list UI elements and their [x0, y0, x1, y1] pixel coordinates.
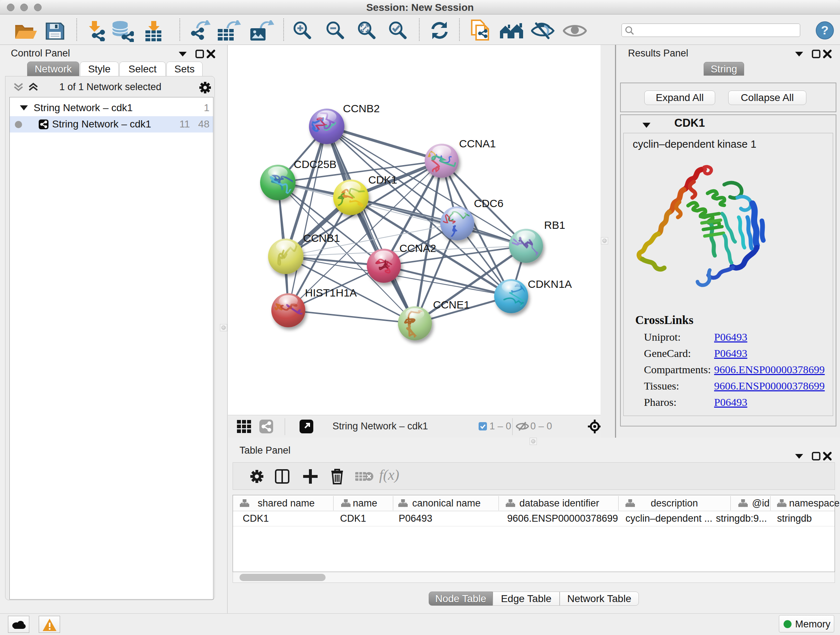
svg-text:CCNA2: CCNA2: [399, 242, 436, 254]
svg-text:CCNB2: CCNB2: [343, 103, 380, 114]
svg-text:RB1: RB1: [544, 219, 565, 231]
svg-text:CCNB1: CCNB1: [303, 232, 340, 244]
svg-text:CDK1: CDK1: [368, 174, 397, 186]
svg-text:CDC6: CDC6: [474, 197, 504, 209]
svg-text:?: ?: [821, 23, 829, 37]
svg-text:HIST1H1A: HIST1H1A: [305, 287, 357, 299]
svg-text:CDKN1A: CDKN1A: [528, 278, 572, 290]
svg-text:CDC25B: CDC25B: [294, 158, 336, 170]
svg-text:CCNA1: CCNA1: [459, 138, 496, 149]
svg-text:CCNE1: CCNE1: [433, 299, 470, 310]
